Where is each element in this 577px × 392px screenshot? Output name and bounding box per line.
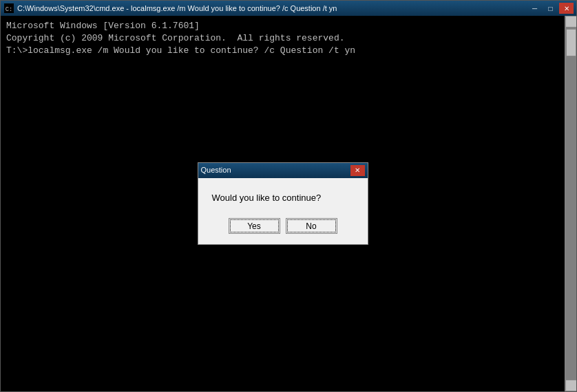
scroll-track[interactable]: [565, 28, 576, 380]
scroll-up-button[interactable]: ▲: [565, 16, 576, 28]
console-area[interactable]: Microsoft Windows [Version 6.1.7601] Cop…: [1, 16, 576, 391]
modal-overlay: Question ✕ Would you like to continue? Y…: [1, 16, 565, 391]
title-bar-left: C: C:\Windows\System32\cmd.exe - localms…: [3, 3, 337, 14]
dialog-title-bar: Question ✕: [198, 163, 368, 178]
dialog-body: Would you like to continue? Yes No: [198, 178, 368, 244]
dialog-title: Question: [201, 165, 231, 175]
title-bar: C: C:\Windows\System32\cmd.exe - localms…: [1, 1, 576, 16]
scrollbar[interactable]: ▲ ▼: [565, 16, 576, 391]
close-button[interactable]: ✕: [559, 3, 574, 14]
window-title: C:\Windows\System32\cmd.exe - localmsg.e…: [17, 4, 337, 12]
dialog-message: Would you like to continue?: [212, 192, 354, 204]
cmd-window: C: C:\Windows\System32\cmd.exe - localms…: [0, 0, 577, 392]
no-button[interactable]: No: [286, 218, 337, 234]
yes-button[interactable]: Yes: [229, 218, 280, 234]
dialog-close-button[interactable]: ✕: [350, 165, 365, 176]
maximize-button[interactable]: □: [543, 3, 558, 14]
svg-text:C:: C:: [6, 6, 13, 13]
title-bar-buttons: ─ □ ✕: [527, 3, 574, 14]
dialog-buttons: Yes No: [212, 218, 354, 234]
scroll-thumb[interactable]: [566, 29, 576, 56]
scroll-down-button[interactable]: ▼: [565, 380, 576, 391]
dialog: Question ✕ Would you like to continue? Y…: [198, 162, 368, 245]
minimize-button[interactable]: ─: [527, 3, 542, 14]
cmd-icon: C:: [3, 3, 14, 14]
